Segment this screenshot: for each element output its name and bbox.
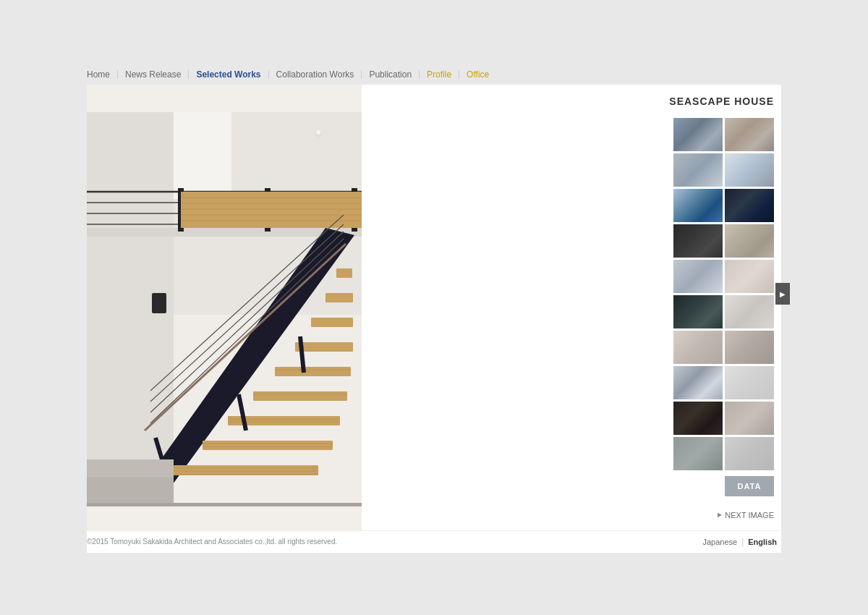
thumbnail[interactable] xyxy=(725,153,774,187)
thumbnail[interactable] xyxy=(725,189,774,222)
thumb-row xyxy=(673,224,774,258)
nav-publication[interactable]: Publication xyxy=(362,70,420,79)
nav-office[interactable]: Office xyxy=(459,70,496,79)
data-button-row: DATA xyxy=(373,476,781,496)
language-switcher: Japanese | English xyxy=(698,537,781,547)
copyright-text: ©2015 Tomoyuki Sakakida Architect and As… xyxy=(87,538,337,546)
thumbnail[interactable] xyxy=(725,366,774,399)
thumb-row xyxy=(673,331,774,364)
main-image xyxy=(87,85,362,530)
thumb-row xyxy=(673,437,774,470)
thumbnail[interactable] xyxy=(673,402,723,435)
svg-rect-37 xyxy=(295,342,353,352)
nav-profile[interactable]: Profile xyxy=(420,70,459,79)
thumbnail[interactable] xyxy=(725,260,774,293)
svg-rect-21 xyxy=(152,293,166,313)
footer: ©2015 Tomoyuki Sakakida Architect and As… xyxy=(87,530,781,553)
nav-collaboration-works[interactable]: Collaboration Works xyxy=(269,70,362,79)
staircase-photo xyxy=(87,85,362,530)
thumbnail[interactable] xyxy=(673,437,723,470)
next-arrow-button[interactable]: ▶ xyxy=(775,283,790,305)
main-content: SEASCAPE HOUSE xyxy=(87,85,781,530)
main-nav: Home News Release Selected Works Collabo… xyxy=(87,63,781,85)
svg-rect-35 xyxy=(275,367,351,376)
thumb-row xyxy=(673,189,774,222)
project-title: SEASCAPE HOUSE xyxy=(373,96,781,107)
nav-selected-works[interactable]: Selected Works xyxy=(189,70,268,79)
thumbnail-grid: ▶ xyxy=(373,118,781,470)
next-image-anchor[interactable]: NEXT IMAGE xyxy=(718,511,774,519)
lang-english[interactable]: English xyxy=(744,538,781,546)
thumbnail[interactable] xyxy=(673,260,723,293)
thumb-row xyxy=(673,295,774,328)
svg-rect-40 xyxy=(336,268,352,278)
thumbnail[interactable] xyxy=(673,189,723,222)
thumbnail[interactable] xyxy=(725,437,774,470)
svg-rect-50 xyxy=(87,478,174,503)
thumbnail[interactable] xyxy=(673,153,723,187)
nav-news-release[interactable]: News Release xyxy=(118,70,189,79)
lang-japanese[interactable]: Japanese xyxy=(698,538,741,546)
page-wrapper: Home News Release Selected Works Collabo… xyxy=(87,63,781,553)
thumbnail[interactable] xyxy=(725,402,774,435)
thumbnail[interactable] xyxy=(673,118,723,151)
svg-rect-38 xyxy=(311,318,353,327)
data-button[interactable]: DATA xyxy=(725,476,774,496)
svg-rect-39 xyxy=(326,293,353,302)
thumb-row xyxy=(673,366,774,399)
svg-point-52 xyxy=(316,130,320,135)
thumbnail[interactable] xyxy=(673,295,723,328)
thumbnail[interactable] xyxy=(673,366,723,399)
thumb-row xyxy=(673,402,774,435)
svg-rect-51 xyxy=(87,503,362,506)
thumbnail[interactable] xyxy=(725,118,774,151)
thumb-row xyxy=(673,153,774,187)
nav-home[interactable]: Home xyxy=(87,70,118,79)
svg-rect-33 xyxy=(253,391,347,401)
thumbnail[interactable] xyxy=(673,331,723,364)
thumbnail[interactable] xyxy=(725,295,774,328)
thumbnail[interactable] xyxy=(673,224,723,258)
thumb-row xyxy=(673,118,774,151)
thumbnail[interactable] xyxy=(725,331,774,364)
next-image-link: NEXT IMAGE xyxy=(373,511,781,519)
svg-rect-12 xyxy=(181,192,362,228)
info-panel: SEASCAPE HOUSE xyxy=(362,85,781,530)
svg-rect-27 xyxy=(203,441,333,450)
thumbnail[interactable] xyxy=(725,224,774,258)
thumb-row xyxy=(673,260,774,293)
